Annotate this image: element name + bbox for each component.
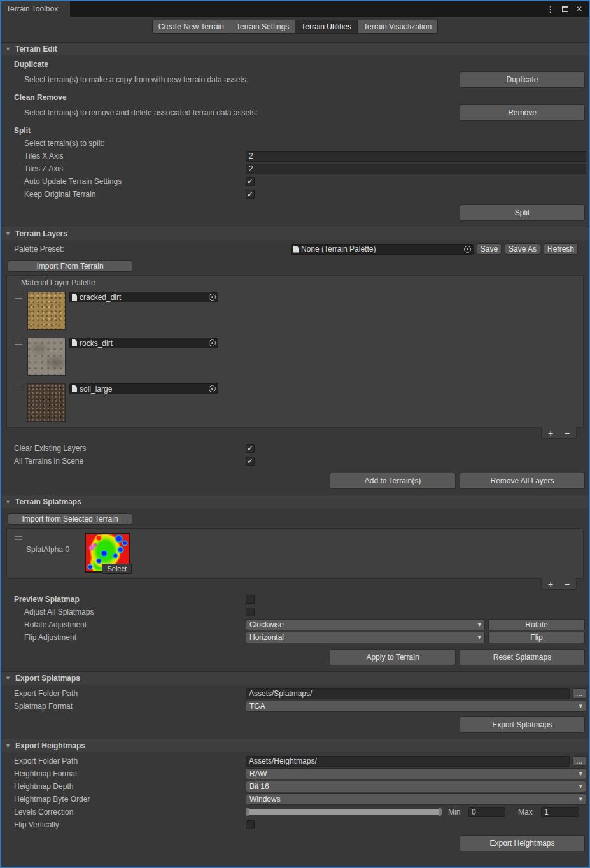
heightmap-byte-order-dropdown[interactable]: Windows [246, 793, 586, 805]
tab-label: Create New Terrain [158, 22, 224, 31]
flip-adjustment-label: Flip Adjustment [24, 633, 246, 642]
add-splatmap-button[interactable]: + [542, 580, 559, 588]
layer-thumbnail[interactable] [27, 338, 66, 376]
terrain-edit-header[interactable]: ▼ Terrain Edit [1, 42, 589, 55]
drag-handle-icon[interactable] [15, 387, 22, 390]
terrain-splatmaps-header[interactable]: ▼ Terrain Splatmaps [1, 495, 589, 508]
export-folder-path-label: Export Folder Path [14, 689, 246, 698]
export-splatmaps-button[interactable]: Export Splatmaps [460, 716, 585, 733]
object-picker-icon[interactable] [209, 385, 216, 392]
layer-name: rocks_dirt [80, 339, 113, 348]
palette-preset-field[interactable]: None (Terrain Palette) [291, 244, 474, 255]
object-picker-icon[interactable] [464, 246, 471, 253]
clear-existing-label: Clear Existing Layers [14, 444, 246, 453]
maximize-icon[interactable] [562, 6, 568, 12]
heightmap-folder-path-input[interactable] [246, 756, 570, 767]
export-heightmaps-header[interactable]: ▼ Export Heightmaps [1, 739, 589, 752]
duplicate-group-label: Duplicate [14, 60, 589, 69]
drag-handle-icon[interactable] [15, 536, 22, 540]
preview-splatmap-checkbox[interactable] [246, 595, 255, 604]
remove-layer-button[interactable]: − [559, 429, 575, 438]
splatmap-format-dropdown[interactable]: TGA [246, 701, 586, 712]
window-tab[interactable]: Terrain Toolbox [1, 1, 70, 17]
browse-folder-button[interactable]: ... [572, 688, 586, 699]
tab-terrain-utilities[interactable]: Terrain Utilities [295, 20, 358, 34]
clear-existing-checkbox[interactable] [246, 444, 255, 453]
import-from-selected-terrain-button[interactable]: Import from Selected Terrain [8, 513, 132, 525]
flip-adjustment-dropdown[interactable]: Horizontal [246, 632, 485, 643]
tab-label: Terrain Utilities [301, 22, 351, 31]
foldout-icon: ▼ [5, 675, 15, 681]
tab-terrain-settings[interactable]: Terrain Settings [230, 20, 295, 34]
split-button[interactable]: Split [460, 204, 585, 221]
keep-original-checkbox[interactable] [246, 190, 255, 199]
layer-thumbnail[interactable] [27, 383, 66, 422]
asset-doc-icon [72, 294, 77, 301]
tiles-x-input[interactable] [246, 151, 586, 162]
terrain-toolbox-window: Terrain Toolbox ⋮ ✕ Create New Terrain T… [0, 0, 590, 868]
remove-button[interactable]: Remove [460, 104, 585, 121]
kebab-menu-icon[interactable]: ⋮ [546, 5, 554, 13]
material-layer-palette-title: Material Layer Palette [7, 276, 583, 290]
layer-object-field[interactable]: rocks_dirt [69, 338, 218, 348]
duplicate-button[interactable]: Duplicate [460, 71, 585, 88]
remove-all-layers-button[interactable]: Remove All Layers [460, 473, 585, 489]
close-icon[interactable]: ✕ [576, 5, 582, 13]
apply-to-terrain-button[interactable]: Apply to Terrain [330, 649, 456, 665]
add-to-terrains-button[interactable]: Add to Terrain(s) [330, 473, 456, 489]
layer-thumbnail[interactable] [27, 292, 66, 330]
preview-splatmap-label: Preview Splatmap [14, 595, 246, 604]
layer-row: rocks_dirt [7, 336, 583, 381]
all-terrains-checkbox[interactable] [246, 457, 255, 466]
rotate-adjustment-dropdown[interactable]: Clockwise [246, 619, 485, 630]
keep-original-label: Keep Original Terrain [24, 190, 246, 199]
max-input[interactable] [541, 807, 579, 817]
remove-splatmap-button[interactable]: − [559, 580, 575, 588]
slider-max-handle[interactable] [439, 808, 442, 816]
browse-folder-button[interactable]: ... [572, 756, 586, 766]
auto-update-checkbox[interactable] [246, 177, 255, 186]
rotate-button[interactable]: Rotate [488, 619, 585, 630]
save-button[interactable]: Save [477, 243, 502, 255]
heightmap-format-dropdown[interactable]: RAW [246, 768, 586, 779]
flip-button[interactable]: Flip [488, 632, 585, 643]
splatmap-select-button[interactable]: Select [102, 564, 132, 574]
drag-handle-icon[interactable] [15, 295, 22, 299]
layer-object-field[interactable]: soil_large [69, 383, 218, 394]
reset-splatmaps-button[interactable]: Reset Splatmaps [460, 649, 585, 665]
object-picker-icon[interactable] [209, 294, 216, 301]
clean-remove-description: Select terrain(s) to remove and delete a… [24, 108, 460, 117]
section-title: Terrain Splatmaps [15, 497, 81, 506]
min-input[interactable] [468, 807, 505, 817]
layer-object-field[interactable]: cracked_dirt [69, 292, 218, 302]
refresh-button[interactable]: Refresh [544, 243, 578, 255]
tiles-z-input[interactable] [246, 164, 586, 174]
flip-vertically-label: Flip Vertically [14, 820, 246, 829]
export-splatmaps-header[interactable]: ▼ Export Splatmaps [1, 671, 589, 685]
adjust-all-checkbox[interactable] [246, 608, 255, 616]
export-folder-path-input[interactable] [246, 688, 570, 699]
layer-row: soil_large [7, 381, 583, 427]
add-layer-button[interactable]: + [542, 429, 559, 438]
drag-handle-icon[interactable] [15, 341, 22, 345]
tab-terrain-visualization[interactable]: Terrain Visualization [358, 20, 438, 34]
import-from-terrain-button[interactable]: Import From Terrain [8, 260, 132, 272]
toolbox-toolbar: Create New Terrain Terrain Settings Terr… [1, 17, 589, 36]
tab-create-new-terrain[interactable]: Create New Terrain [152, 20, 230, 34]
adjust-all-label: Adjust All Splatmaps [24, 608, 246, 616]
save-as-button[interactable]: Save As [505, 243, 540, 255]
object-picker-icon[interactable] [209, 339, 216, 346]
levels-correction-slider[interactable] [246, 808, 442, 816]
layer-name: cracked_dirt [80, 293, 121, 302]
foldout-icon: ▼ [5, 499, 15, 505]
title-bar: Terrain Toolbox ⋮ ✕ [1, 1, 589, 17]
slider-track[interactable] [249, 809, 439, 815]
split-description: Select terrain(s) to split: [24, 139, 246, 148]
heightmap-depth-dropdown[interactable]: Bit 16 [246, 781, 586, 792]
export-heightmaps-button[interactable]: Export Heightmaps [460, 835, 585, 851]
layer-list-footer: + − [541, 427, 577, 439]
terrain-layers-header[interactable]: ▼ Terrain Layers [1, 227, 589, 240]
tab-label: Terrain Visualization [363, 22, 432, 31]
flip-vertically-checkbox[interactable] [246, 820, 255, 829]
splatmap-list-box: SplatAlpha 0 Select [6, 528, 584, 579]
